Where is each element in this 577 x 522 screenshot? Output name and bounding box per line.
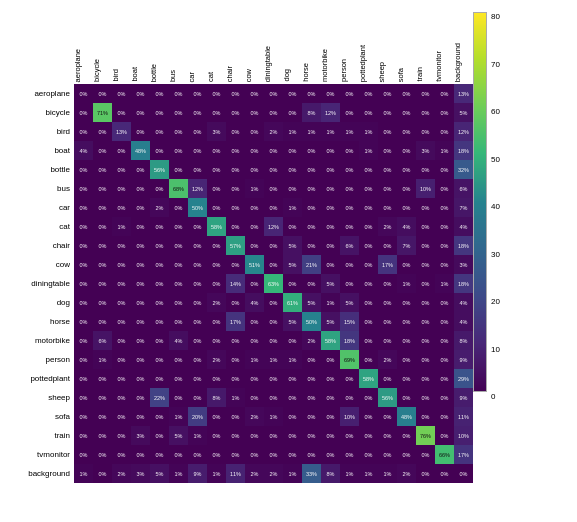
matrix-cell: 0% <box>264 84 283 103</box>
matrix-cell: 0% <box>150 293 169 312</box>
matrix-cell: 1% <box>264 350 283 369</box>
matrix-cell: 66% <box>435 445 454 464</box>
matrix-cell: 0% <box>340 426 359 445</box>
matrix-cell: 0% <box>188 236 207 255</box>
matrix-cell: 0% <box>283 407 302 426</box>
matrix-cell: 0% <box>283 141 302 160</box>
matrix-cell: 0% <box>112 255 131 274</box>
matrix-cell: 0% <box>245 198 264 217</box>
row-label: cow <box>14 255 74 274</box>
matrix-cell: 1% <box>226 388 245 407</box>
matrix-cell: 0% <box>226 369 245 388</box>
matrix-cell: 0% <box>302 217 321 236</box>
matrix-cell: 1% <box>169 464 188 483</box>
matrix-cell: 1% <box>264 407 283 426</box>
matrix-cell: 0% <box>245 312 264 331</box>
matrix-cell: 0% <box>188 160 207 179</box>
matrix-cell: 2% <box>397 464 416 483</box>
matrix-cell: 1% <box>321 293 340 312</box>
matrix-cell: 8% <box>207 388 226 407</box>
table-row: 4%0%0%48%0%0%0%0%0%0%0%0%0%0%0%1%0%0%3%1… <box>74 141 473 160</box>
col-label: background <box>454 43 473 82</box>
matrix-cell: 4% <box>454 217 473 236</box>
matrix-cell: 0% <box>112 103 131 122</box>
row-label: bottle <box>14 160 74 179</box>
col-label: car <box>188 72 207 82</box>
matrix-cell: 0% <box>378 160 397 179</box>
matrix-cell: 5% <box>283 312 302 331</box>
matrix-cell: 0% <box>359 293 378 312</box>
matrix-cell: 0% <box>378 141 397 160</box>
matrix-cell: 0% <box>74 198 93 217</box>
matrix-cell: 1% <box>435 274 454 293</box>
matrix-cell: 0% <box>150 255 169 274</box>
matrix-cell: 0% <box>207 141 226 160</box>
matrix-cell: 0% <box>321 198 340 217</box>
matrix-cell: 0% <box>188 217 207 236</box>
matrix-cell: 0% <box>283 369 302 388</box>
matrix-cell: 0% <box>397 255 416 274</box>
matrix-cell: 0% <box>321 255 340 274</box>
matrix-cell: 56% <box>150 160 169 179</box>
matrix-cell: 9% <box>454 388 473 407</box>
matrix-cell: 0% <box>302 84 321 103</box>
matrix-cell: 0% <box>283 274 302 293</box>
colorbar <box>473 12 487 392</box>
matrix-cell: 0% <box>112 84 131 103</box>
matrix-cell: 63% <box>264 274 283 293</box>
matrix-cell: 57% <box>226 236 245 255</box>
matrix-cell: 0% <box>416 407 435 426</box>
matrix-cell: 0% <box>131 350 150 369</box>
matrix-cell: 2% <box>378 350 397 369</box>
row-label: background <box>14 464 74 483</box>
matrix-cell: 0% <box>188 445 207 464</box>
matrix-cell: 0% <box>226 445 245 464</box>
matrix-cell: 4% <box>169 331 188 350</box>
matrix-cell: 0% <box>435 198 454 217</box>
matrix-cell: 0% <box>112 312 131 331</box>
matrix-cell: 6% <box>454 179 473 198</box>
matrix-cell: 2% <box>245 407 264 426</box>
matrix-cell: 0% <box>397 369 416 388</box>
matrix-cell: 2% <box>264 464 283 483</box>
matrix-cell: 0% <box>264 445 283 464</box>
matrix-cell: 0% <box>378 331 397 350</box>
matrix-cell: 0% <box>93 255 112 274</box>
matrix-cell: 0% <box>93 141 112 160</box>
matrix-cell: 0% <box>435 217 454 236</box>
matrix-cell: 50% <box>188 198 207 217</box>
matrix-cell: 0% <box>245 331 264 350</box>
matrix-cell: 0% <box>226 179 245 198</box>
matrix-cell: 18% <box>340 331 359 350</box>
matrix-cell: 0% <box>359 179 378 198</box>
matrix-cell: 1% <box>302 122 321 141</box>
matrix-cell: 1% <box>321 122 340 141</box>
matrix-cell: 0% <box>359 84 378 103</box>
matrix-cell: 0% <box>397 103 416 122</box>
colorbar-tick-label: 30 <box>491 250 519 259</box>
matrix-cell: 3% <box>131 426 150 445</box>
matrix-cell: 0% <box>302 388 321 407</box>
matrix-cell: 0% <box>93 274 112 293</box>
col-label: diningtable <box>264 46 283 82</box>
matrix-cell: 33% <box>302 464 321 483</box>
matrix-cell: 0% <box>226 293 245 312</box>
matrix-cell: 0% <box>416 331 435 350</box>
matrix-cell: 0% <box>150 236 169 255</box>
table-row: 0%0%0%0%0%0%0%0%0%0%0%0%0%0%0%0%0%0%0%66… <box>74 445 473 464</box>
matrix-cell: 0% <box>378 312 397 331</box>
matrix-cell: 0% <box>378 103 397 122</box>
matrix-cell: 5% <box>169 426 188 445</box>
matrix-cell: 0% <box>340 84 359 103</box>
y-axis-label <box>0 32 14 432</box>
row-label: person <box>14 350 74 369</box>
table-row: 0%0%0%0%0%0%0%0%14%0%63%0%0%5%0%0%0%1%0%… <box>74 274 473 293</box>
matrix-cell: 0% <box>302 198 321 217</box>
matrix-cell: 5% <box>321 312 340 331</box>
matrix-cell: 0% <box>264 369 283 388</box>
matrix-cell: 12% <box>264 217 283 236</box>
matrix-cell: 0% <box>169 217 188 236</box>
matrix-cell: 0% <box>169 198 188 217</box>
matrix-cell: 0% <box>245 103 264 122</box>
matrix-cell: 0% <box>74 236 93 255</box>
